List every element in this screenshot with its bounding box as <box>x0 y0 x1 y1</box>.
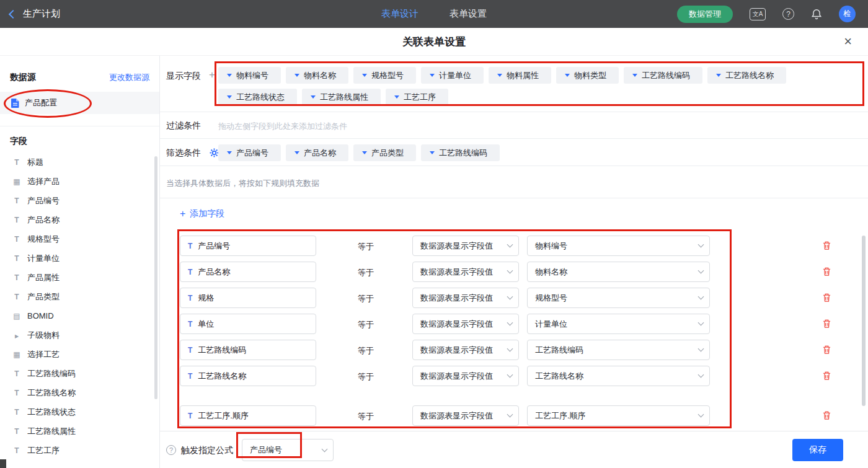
rule-field-input[interactable]: 产品名称 <box>180 262 316 282</box>
field-tag[interactable]: 工艺路线编码 <box>624 67 702 84</box>
field-tag[interactable]: 产品类型 <box>353 144 416 161</box>
rule-source-select[interactable]: 数据源表显示字段值 <box>412 366 519 386</box>
rule-field-input[interactable]: 工艺工序.顺序 <box>180 405 316 426</box>
trigger-formula-value: 产品编号 <box>250 444 282 456</box>
rule-value: 规格型号 <box>535 293 567 304</box>
chevron-down-icon <box>507 242 513 248</box>
field-tag[interactable]: 规格型号 <box>353 67 416 84</box>
change-datasource-link[interactable]: 更改数据源 <box>109 72 149 83</box>
rule-value-select[interactable]: 物料名称 <box>527 262 710 282</box>
save-button[interactable]: 保存 <box>792 439 843 461</box>
datasource-title: 数据源 <box>10 72 36 83</box>
chevron-down-icon <box>698 412 704 418</box>
rule-field-input[interactable]: 单位 <box>180 314 316 334</box>
add-display-field-icon[interactable] <box>209 69 215 81</box>
field-item[interactable]: 选择产品 <box>0 172 153 191</box>
chevron-down-icon <box>698 294 704 300</box>
delete-rule-icon[interactable] <box>822 371 831 383</box>
field-item[interactable]: 产品名称 <box>0 210 153 229</box>
rule-source-select[interactable]: 数据源表显示字段值 <box>412 236 519 256</box>
field-item[interactable]: 产品类型 <box>0 287 153 306</box>
rule-value-select[interactable]: 计量单位 <box>527 314 710 334</box>
rule-source-select[interactable]: 数据源表显示字段值 <box>412 340 519 360</box>
field-tag[interactable]: 产品编号 <box>218 144 281 161</box>
field-item[interactable]: 工艺路线编码 <box>0 364 153 383</box>
rule-row: 规格 等于 数据源表显示字段值 规格型号 <box>160 288 868 308</box>
tab-form-settings[interactable]: 表单设置 <box>450 8 487 20</box>
field-item[interactable]: 工艺路线名称 <box>0 383 153 402</box>
field-item[interactable]: 规格型号 <box>0 229 153 249</box>
chevron-down-icon <box>322 446 328 452</box>
close-icon[interactable] <box>844 35 852 48</box>
help-circle-icon[interactable] <box>166 445 176 455</box>
rule-source-select[interactable]: 数据源表显示字段值 <box>412 314 519 334</box>
field-tag[interactable]: 物料属性 <box>489 67 551 84</box>
field-item[interactable]: 选择工艺 <box>0 345 153 364</box>
translate-icon[interactable] <box>750 8 766 20</box>
field-item[interactable]: 产品属性 <box>0 268 153 287</box>
delete-rule-icon[interactable] <box>822 345 831 357</box>
filter-condition-row[interactable]: 过滤条件 拖动左侧字段到此处来添加过滤条件 <box>160 112 868 139</box>
rule-field-label: 产品编号 <box>198 241 230 252</box>
help-icon[interactable] <box>782 8 794 20</box>
datasource-item[interactable]: 产品配置 <box>0 92 159 114</box>
field-tag[interactable]: 工艺路线属性 <box>302 89 381 105</box>
rule-field-input[interactable]: 工艺路线编码 <box>180 340 316 360</box>
rule-value: 工艺路线名称 <box>535 371 583 382</box>
delete-rule-icon[interactable] <box>822 241 831 253</box>
field-tag-label: 工艺路线编码 <box>642 70 690 81</box>
field-item[interactable]: 产品编号 <box>0 191 153 210</box>
field-item[interactable]: 标题 <box>0 152 153 172</box>
rule-source-select[interactable]: 数据源表显示字段值 <box>412 405 519 426</box>
rule-field-label: 工艺路线名称 <box>198 371 246 382</box>
caret-down-icon <box>632 74 637 77</box>
delete-rule-icon[interactable] <box>822 410 831 423</box>
delete-rule-icon[interactable] <box>822 319 831 331</box>
rule-field-input[interactable]: 规格 <box>180 288 316 308</box>
tab-form-design[interactable]: 表单设计 <box>381 8 418 20</box>
field-item[interactable]: 子级物料 <box>0 325 153 345</box>
rule-source-select[interactable]: 数据源表显示字段值 <box>412 262 519 282</box>
display-fields-row: 显示字段 物料编号 物料名称 规格型号 计量单位 物料属性 物料类型 工艺路线编… <box>160 56 868 112</box>
bell-icon[interactable] <box>811 9 822 20</box>
avatar[interactable]: 检 <box>839 6 856 22</box>
delete-rule-icon[interactable] <box>822 293 831 305</box>
field-tag[interactable]: 工艺工序 <box>386 89 448 105</box>
gear-icon[interactable] <box>210 148 219 157</box>
data-manage-button[interactable]: 数据管理 <box>677 6 733 23</box>
field-tag-label: 物料名称 <box>304 70 336 81</box>
field-tag[interactable]: 计量单位 <box>421 67 484 84</box>
rule-value-select[interactable]: 工艺工序.顺序 <box>527 405 710 426</box>
field-item[interactable]: 工艺路线属性 <box>0 422 153 441</box>
rule-value-select[interactable]: 规格型号 <box>527 288 710 308</box>
sidebar-scrollbar[interactable] <box>154 156 157 399</box>
trigger-formula-select[interactable]: 产品编号 <box>242 439 334 461</box>
rule-value-select[interactable]: 物料编号 <box>527 236 710 256</box>
rule-value-select[interactable]: 工艺路线名称 <box>527 366 710 386</box>
field-tag[interactable]: 产品名称 <box>286 144 348 161</box>
display-fields-label: 显示字段 <box>166 71 201 82</box>
main-scrollbar[interactable] <box>862 236 866 406</box>
add-field-link[interactable]: 添加字段 <box>180 208 224 219</box>
field-item[interactable]: 工艺路线状态 <box>0 402 153 422</box>
field-tag[interactable]: 工艺路线状态 <box>218 89 297 105</box>
rule-field-input[interactable]: 工艺路线名称 <box>180 366 316 386</box>
field-tag[interactable]: 工艺路线编码 <box>421 144 500 161</box>
field-item-label: 产品名称 <box>27 214 60 226</box>
field-tag[interactable]: 工艺路线名称 <box>707 67 786 84</box>
field-item-label: 产品编号 <box>27 195 60 206</box>
rule-source-value: 数据源表显示字段值 <box>420 293 493 304</box>
back-nav[interactable]: 生产计划 <box>10 0 60 28</box>
field-item[interactable]: BOMID <box>0 306 153 325</box>
field-item[interactable]: 计量单位 <box>0 249 153 268</box>
rule-value: 物料编号 <box>535 241 567 252</box>
rule-value-select[interactable]: 工艺路线编码 <box>527 340 710 360</box>
rule-source-select[interactable]: 数据源表显示字段值 <box>412 288 519 308</box>
field-tag[interactable]: 物料名称 <box>286 67 348 84</box>
plus-icon <box>180 208 185 219</box>
field-tag[interactable]: 物料编号 <box>218 67 281 84</box>
field-item[interactable]: 工艺工序 <box>0 441 153 460</box>
field-tag[interactable]: 物料类型 <box>556 67 619 84</box>
delete-rule-icon[interactable] <box>822 267 831 279</box>
rule-field-input[interactable]: 产品编号 <box>180 236 316 256</box>
